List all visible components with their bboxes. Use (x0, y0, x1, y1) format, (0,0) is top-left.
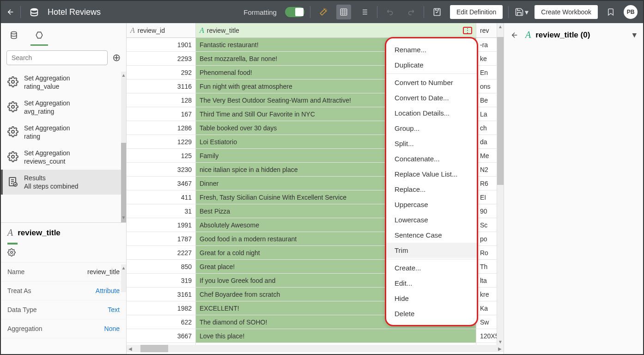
gear-icon[interactable] (7, 248, 16, 257)
cell-partial[interactable]: 120X5 (476, 329, 497, 343)
cell-id[interactable]: 167 (127, 107, 195, 121)
step-item[interactable]: Set Aggregationreviews_count (1, 145, 126, 170)
cell-id[interactable]: 2293 (127, 52, 195, 66)
back-button[interactable] (6, 8, 15, 16)
step-item[interactable]: Set Aggregationrating (1, 120, 126, 145)
cell-id[interactable]: 125 (127, 149, 195, 163)
cell-partial[interactable]: EI (476, 190, 497, 204)
menu-item[interactable]: Location Details... (386, 105, 477, 121)
cell-id[interactable]: 1901 (127, 38, 195, 52)
add-step-icon[interactable]: ⊕ (112, 52, 121, 64)
cell-partial[interactable]: 90 (476, 204, 497, 218)
create-workbook-button[interactable]: Create Workbook (535, 5, 598, 19)
grid-view-icon[interactable] (336, 5, 351, 19)
horizontal-scrollbar[interactable]: ◀ ▶ (127, 345, 504, 352)
menu-item[interactable]: Duplicate (386, 57, 477, 73)
column-menu-trigger[interactable]: ⋮ (463, 27, 472, 34)
cell-partial[interactable]: ch (476, 121, 497, 135)
cell-id[interactable]: 292 (127, 66, 195, 80)
cell-partial[interactable]: Ro (476, 246, 497, 260)
menu-item[interactable]: Edit... (386, 275, 477, 291)
cell-partial[interactable]: po (476, 232, 497, 246)
cell-partial[interactable]: Ka (476, 301, 497, 315)
cell-partial[interactable]: lta (476, 274, 497, 288)
cell-id[interactable]: 3116 (127, 80, 195, 93)
menu-item[interactable]: Sentence Case (386, 227, 477, 243)
cell-partial[interactable]: En (476, 66, 497, 80)
cell-id[interactable]: 3667 (127, 329, 195, 343)
publish-icon[interactable] (430, 5, 444, 19)
vertical-scrollbar[interactable]: ▲ ▼ (497, 23, 504, 345)
cell-partial[interactable]: Sw (476, 315, 497, 329)
list-view-icon[interactable] (357, 5, 371, 19)
bookmark-icon[interactable] (603, 5, 618, 19)
cell-id[interactable]: 411 (127, 190, 195, 204)
cell-partial[interactable]: da (476, 135, 497, 149)
property-row[interactable]: Namereview_title (1, 263, 126, 282)
column-header-partial[interactable]: rev (476, 23, 497, 38)
edit-definition-button[interactable]: Edit Definition (450, 5, 503, 19)
cell-id[interactable]: 1991 (127, 218, 195, 232)
formatting-toggle[interactable] (285, 7, 304, 17)
cell-partial[interactable]: R6 (476, 177, 497, 190)
props-scrollbar[interactable]: ▲ (121, 264, 126, 292)
cell-id[interactable]: 319 (127, 274, 195, 288)
cell-id[interactable]: 1229 (127, 135, 195, 149)
back-arrow-icon[interactable] (510, 31, 519, 39)
menu-item[interactable]: Concatenate... (386, 151, 477, 166)
property-row[interactable]: Data TypeText (1, 300, 126, 319)
cell-id[interactable]: 850 (127, 260, 195, 274)
menu-item[interactable]: Hide (386, 291, 477, 306)
step-item[interactable]: ResultsAll steps combined (1, 170, 126, 195)
cell-id[interactable]: 622 (127, 315, 195, 329)
menu-item[interactable]: Split... (386, 136, 477, 151)
undo-icon[interactable] (383, 5, 398, 19)
cell-id[interactable]: 1982 (127, 301, 195, 315)
cell-partial[interactable]: ons (476, 80, 497, 93)
column-header-review-title[interactable]: Areview_title ⋮ (196, 23, 476, 38)
menu-item[interactable]: Trim (386, 243, 477, 258)
menu-item[interactable]: Rename... (386, 42, 477, 57)
cell-id[interactable]: 1787 (127, 232, 195, 246)
menu-item[interactable]: Delete (386, 306, 477, 321)
cell-partial[interactable]: Sc (476, 218, 497, 232)
menu-item[interactable]: Convert to Number (386, 75, 477, 90)
cell-partial[interactable]: kre (476, 288, 497, 301)
cell-id[interactable]: 3467 (127, 177, 195, 190)
cell-partial[interactable]: N2 (476, 163, 497, 177)
step-item[interactable]: Set Aggregationrating_value (1, 70, 126, 95)
menu-item[interactable]: Uppercase (386, 197, 477, 212)
avatar[interactable]: PB (624, 5, 638, 19)
menu-item[interactable]: Create... (386, 260, 477, 275)
chevron-down-icon[interactable]: ▾ (632, 30, 637, 40)
cell-id[interactable]: 31 (127, 204, 195, 218)
step-item[interactable]: Set Aggregationavg_rating (1, 95, 126, 120)
cell-partial[interactable]: La (476, 107, 497, 121)
magic-wand-icon[interactable] (316, 5, 331, 19)
cell-id[interactable]: 1286 (127, 121, 195, 135)
tab-steps-icon[interactable] (30, 28, 48, 46)
tab-data-icon[interactable] (6, 28, 22, 46)
menu-item[interactable]: Replace Value List... (386, 166, 477, 182)
cell-id[interactable]: 3161 (127, 288, 195, 301)
column-header-review-id[interactable]: Areview_id (127, 23, 195, 38)
cell-partial[interactable]: -ra (476, 38, 497, 52)
cell-id[interactable]: 2227 (127, 246, 195, 260)
cell-partial[interactable]: Me (476, 149, 497, 163)
property-row[interactable]: Treat AsAttribute (1, 282, 126, 300)
redo-icon[interactable] (403, 5, 418, 19)
menu-item[interactable]: Group... (386, 121, 477, 136)
menu-item[interactable]: Convert to Date... (386, 90, 477, 105)
cell-partial[interactable]: Be (476, 93, 497, 107)
cell-partial[interactable]: Th (476, 260, 497, 274)
cell-id[interactable]: 128 (127, 93, 195, 107)
steps-scrollbar[interactable]: ▲ ▼ (121, 72, 126, 220)
cell-partial[interactable]: ke (476, 52, 497, 66)
property-row[interactable]: AggregationNone (1, 319, 126, 338)
menu-item[interactable]: Lowercase (386, 212, 477, 227)
search-input[interactable] (6, 50, 108, 65)
menu-item[interactable]: Replace... (386, 182, 477, 197)
cell-id[interactable]: 3230 (127, 163, 195, 177)
save-menu-icon[interactable]: ▾ (514, 5, 529, 19)
cell-title[interactable]: Love this place! (196, 329, 476, 343)
